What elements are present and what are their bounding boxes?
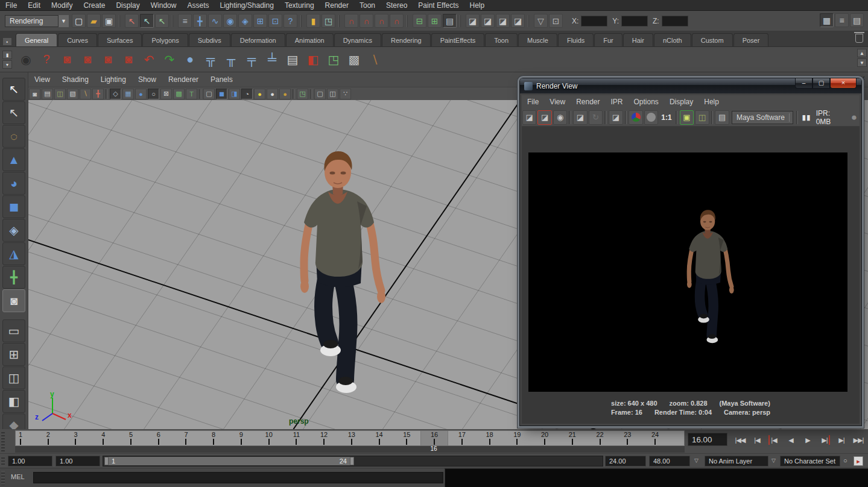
last-tool-camera-icon[interactable]: ◙ xyxy=(2,289,25,312)
shelf-tab-general[interactable]: General xyxy=(16,33,57,46)
timeline-grip[interactable] xyxy=(1,430,5,452)
snap-move-icon[interactable]: ╋ xyxy=(193,14,207,28)
shelf-tab-curves[interactable]: Curves xyxy=(58,33,97,46)
shelf-tab-rendering[interactable]: Rendering xyxy=(382,33,431,46)
lighting-none-icon[interactable]: ▢ xyxy=(203,89,215,99)
paint-brush-icon[interactable]: ∖ xyxy=(365,50,384,69)
panel-menu-lighting[interactable]: Lighting xyxy=(95,74,132,85)
animation-end-input[interactable] xyxy=(649,456,690,467)
display-render-settings-icon[interactable]: ◪ xyxy=(511,14,525,28)
ungroup-icon[interactable]: ╥ xyxy=(221,50,241,69)
ipr-render-icon[interactable]: ◪ xyxy=(496,14,510,28)
shelf-dropdown-icon[interactable]: ▾ xyxy=(2,60,12,69)
range-track[interactable]: 1 24 xyxy=(103,456,603,467)
snap-magnet-plane-icon[interactable]: ∩ xyxy=(390,14,404,28)
hypergraph-icon[interactable]: ▤ xyxy=(283,50,302,69)
delete-unused-icon[interactable]: ● xyxy=(180,50,200,69)
menu-display[interactable]: Display xyxy=(110,0,145,11)
output-connections-icon[interactable]: ⊞ xyxy=(428,14,442,28)
snap-magnet-point-icon[interactable]: ∩ xyxy=(375,14,388,28)
image-plane-icon[interactable]: ▧ xyxy=(67,89,78,99)
select-object-mode-icon[interactable]: ↖ xyxy=(140,14,154,28)
single-pane-layout-icon[interactable]: ▭ xyxy=(2,319,25,342)
snap-filter-icon[interactable]: ≡ xyxy=(178,14,192,28)
pane-toggle-icon[interactable]: ◫ xyxy=(327,89,338,99)
snap-to-view-planes-icon[interactable]: ⊡ xyxy=(268,14,282,28)
smooth-shade-icon[interactable]: ▦ xyxy=(122,89,134,99)
isolate-select-icon[interactable]: ◳ xyxy=(297,89,308,99)
highlight-selection-icon[interactable]: ◳ xyxy=(322,14,335,28)
construction-history-icon[interactable]: ▤ xyxy=(443,14,457,28)
input-connections-icon[interactable]: ⊟ xyxy=(413,14,426,28)
step-back-key-button[interactable]: |◀ xyxy=(749,432,765,448)
shelf-tab-subdivs[interactable]: Subdivs xyxy=(189,33,230,46)
combine-cubes-icon[interactable]: ▩ xyxy=(344,50,364,69)
four-pane-layout-icon[interactable]: ⊞ xyxy=(2,343,25,366)
pause-ipr-icon[interactable]: ▮▮ xyxy=(802,113,811,122)
group-objects-icon[interactable]: ◧ xyxy=(303,50,323,69)
menu-stereo[interactable]: Stereo xyxy=(381,0,413,11)
playback-range-bar[interactable]: 1 24 xyxy=(104,457,354,465)
panel-menu-panels[interactable]: Panels xyxy=(204,74,239,85)
lock-selection-icon[interactable]: ▮ xyxy=(306,14,320,28)
light-white-icon[interactable]: ● xyxy=(267,89,278,99)
paint-selection-tool-icon[interactable]: ◌ xyxy=(2,125,25,148)
shelf-tab-deformation[interactable]: Deformation xyxy=(231,33,285,46)
tool-settings-icon[interactable]: ≡ xyxy=(835,13,849,27)
render-menu-options[interactable]: Options xyxy=(629,96,664,107)
shaded-sphere-icon[interactable]: ● xyxy=(135,89,147,99)
shelf-scroll-up-icon[interactable]: ▲ xyxy=(857,49,867,57)
save-scene-icon[interactable]: ▣ xyxy=(102,14,116,28)
shelf-tab-fur[interactable]: Fur xyxy=(594,33,622,46)
stop-ipr-icon[interactable]: ● xyxy=(851,112,857,124)
render-view-titlebar[interactable]: Render View – ▢ × xyxy=(520,78,861,93)
select-camera-icon[interactable]: ◙ xyxy=(29,89,40,99)
group-icon[interactable]: ╦ xyxy=(201,50,220,69)
grease-pencil-icon[interactable]: ∖ xyxy=(80,89,91,99)
lighting-default-icon[interactable]: ◼ xyxy=(216,89,227,99)
select-tool-icon[interactable]: ↖ xyxy=(2,78,25,101)
auto-keyframe-icon[interactable]: ▸ xyxy=(854,456,863,466)
character-set-dropdown-icon[interactable]: ▽ xyxy=(771,457,776,463)
playback-end-input[interactable] xyxy=(605,456,646,467)
universal-manipulator-icon[interactable]: ◈ xyxy=(2,219,25,242)
menu-toon[interactable]: Toon xyxy=(354,0,381,11)
step-back-frame-button[interactable]: |◀ xyxy=(766,432,782,448)
camera-dolly-icon[interactable]: ◙ xyxy=(98,50,118,69)
shelf-tab-hair[interactable]: Hair xyxy=(623,33,653,46)
panel-menu-view[interactable]: View xyxy=(28,74,56,85)
measure-icon[interactable]: ╋ xyxy=(92,89,104,99)
show-manipulator-icon[interactable]: ╋ xyxy=(2,266,25,289)
shelf-tab-animation[interactable]: Animation xyxy=(286,33,334,46)
redo-previous-render-icon[interactable]: ◪ xyxy=(537,110,551,125)
select-component-mode-icon[interactable]: ↖ xyxy=(155,14,169,28)
use-default-material-icon[interactable]: ○ xyxy=(148,89,159,99)
annotation-icon[interactable]: T xyxy=(186,89,197,99)
render-menu-render[interactable]: Render xyxy=(571,96,605,107)
shelf-tab-muscle[interactable]: Muscle xyxy=(518,33,557,46)
playback-start-input[interactable] xyxy=(55,456,100,467)
camera-attributes-icon[interactable]: ▤ xyxy=(42,89,53,99)
timeline-ruler[interactable]: 123456789101112131415161718192021222324 xyxy=(15,430,685,446)
render-menu-display[interactable]: Display xyxy=(664,96,699,107)
keep-image-icon[interactable]: ▣ xyxy=(680,110,694,125)
scale-tool-icon[interactable]: ◼ xyxy=(2,195,25,218)
redo-icon[interactable]: ↷ xyxy=(160,50,179,69)
soft-modification-tool-icon[interactable]: ◮ xyxy=(2,242,25,265)
menu-edit[interactable]: Edit xyxy=(22,0,46,11)
vertex-color-icon[interactable]: ▩ xyxy=(173,89,185,99)
render-menu-ipr[interactable]: IPR xyxy=(606,96,629,107)
camera-orbit-icon[interactable]: ◙ xyxy=(57,50,77,69)
rgb-channels-icon[interactable] xyxy=(629,110,642,125)
move-tool-icon[interactable]: ▲ xyxy=(2,148,25,171)
step-forward-key-button[interactable]: ▶| xyxy=(834,432,849,448)
snap-to-grids-icon[interactable]: ⊞ xyxy=(253,14,267,28)
light-yellow-icon[interactable]: ● xyxy=(254,89,265,99)
refresh-ipr-icon[interactable]: ↻ xyxy=(589,110,603,125)
set-key-icon[interactable]: ○ xyxy=(843,457,847,464)
scene-browser-icon[interactable]: ◉ xyxy=(16,50,36,69)
help-line-icon[interactable]: ? xyxy=(37,50,56,69)
shadows-icon[interactable]: ◔ xyxy=(241,89,253,99)
shelf-tab-surfaces[interactable]: Surfaces xyxy=(98,33,142,46)
render-menu-help[interactable]: Help xyxy=(699,96,724,107)
